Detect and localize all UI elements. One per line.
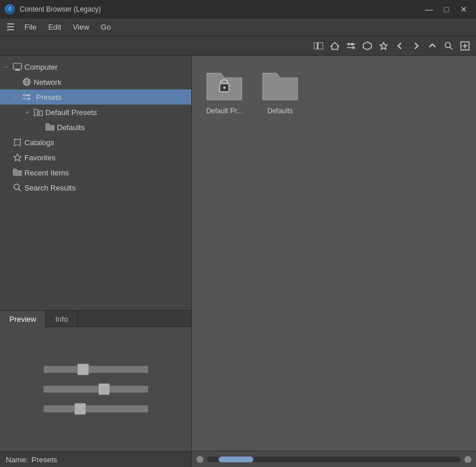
network-icon bbox=[22, 77, 32, 87]
tree-item-search-results[interactable]: Search Results bbox=[0, 180, 191, 195]
folder-item-default-presets[interactable]: Default Pr... bbox=[201, 65, 248, 117]
scroll-left-button[interactable] bbox=[196, 456, 203, 463]
svg-point-37 bbox=[14, 184, 19, 189]
presets-icon bbox=[22, 92, 32, 102]
name-label: Name: bbox=[6, 455, 28, 464]
tree-item-defaults[interactable]: Defaults bbox=[0, 120, 191, 135]
tree-item-presets[interactable]: − Presets bbox=[0, 89, 191, 105]
tab-preview[interactable]: Preview bbox=[0, 311, 46, 327]
expand-recent-icon bbox=[2, 168, 10, 177]
search-button[interactable] bbox=[441, 38, 456, 53]
slider-thumb-3[interactable] bbox=[74, 403, 86, 415]
catalogs-icon bbox=[12, 137, 23, 148]
content-area: Default Pr... Defaults bbox=[192, 56, 476, 451]
menu-go[interactable]: Go bbox=[95, 20, 116, 34]
tree-label-presets: Presets bbox=[34, 92, 64, 102]
slider-row-2 bbox=[44, 383, 148, 396]
svg-point-40 bbox=[223, 87, 226, 89]
favorites-tree-icon bbox=[12, 152, 23, 163]
tab-info[interactable]: Info bbox=[46, 311, 78, 327]
add-tab-button[interactable] bbox=[457, 38, 473, 53]
menu-file[interactable]: File bbox=[19, 20, 42, 34]
folder-icon-default-presets bbox=[203, 67, 245, 105]
home-button[interactable] bbox=[327, 38, 342, 53]
left-panel: − Computer bbox=[0, 56, 192, 467]
svg-marker-5 bbox=[331, 42, 339, 49]
favorites-button[interactable] bbox=[376, 38, 391, 53]
expand-computer-icon: − bbox=[2, 63, 10, 71]
menu-view[interactable]: View bbox=[67, 20, 95, 34]
svg-rect-20 bbox=[13, 63, 22, 69]
back-button[interactable] bbox=[392, 38, 407, 53]
svg-point-29 bbox=[28, 98, 30, 100]
scrollbar-area bbox=[192, 451, 476, 467]
tree-item-network[interactable]: Network bbox=[0, 74, 191, 89]
folder-lock-icon bbox=[33, 107, 44, 117]
maximize-button[interactable]: □ bbox=[439, 3, 454, 15]
svg-marker-13 bbox=[363, 42, 371, 50]
slider-track-3[interactable] bbox=[44, 405, 148, 412]
tree-item-recent-items[interactable]: Recent Items bbox=[0, 165, 191, 180]
toolbar bbox=[0, 36, 476, 56]
scroll-track[interactable] bbox=[207, 457, 461, 462]
folder-item-defaults[interactable]: Defaults bbox=[257, 65, 303, 117]
close-button[interactable]: ✕ bbox=[456, 3, 471, 15]
menu-toggle-button[interactable]: ☰ bbox=[2, 19, 19, 35]
expand-presets-icon: − bbox=[12, 93, 20, 101]
tab-bar: Preview Info bbox=[0, 311, 191, 327]
sliders-container bbox=[44, 363, 148, 415]
name-value: Presets bbox=[31, 455, 57, 464]
expand-default-presets-icon: + bbox=[23, 108, 31, 116]
slider-row-1 bbox=[44, 363, 148, 376]
svg-point-28 bbox=[24, 95, 26, 96]
slider-thumb-1[interactable] bbox=[77, 364, 89, 375]
scroll-right-button[interactable] bbox=[464, 456, 471, 463]
svg-rect-4 bbox=[318, 42, 323, 49]
tree-item-default-presets[interactable]: + Default Presets bbox=[0, 105, 191, 120]
app-icon bbox=[5, 4, 15, 15]
slider-thumb-2[interactable] bbox=[98, 383, 110, 395]
forward-button[interactable] bbox=[409, 38, 424, 53]
scroll-thumb[interactable] bbox=[219, 457, 253, 462]
name-bar: Name: Presets bbox=[0, 451, 191, 467]
folder-label-defaults: Defaults bbox=[267, 107, 293, 115]
svg-point-6 bbox=[348, 43, 350, 45]
menu-edit[interactable]: Edit bbox=[42, 20, 67, 34]
minimize-button[interactable]: — bbox=[421, 3, 436, 15]
svg-point-7 bbox=[353, 46, 355, 48]
svg-rect-3 bbox=[314, 42, 317, 49]
expand-catalogs-icon bbox=[2, 138, 10, 146]
computer-icon bbox=[12, 62, 23, 72]
preview-content bbox=[0, 327, 191, 451]
window-controls: — □ ✕ bbox=[421, 3, 471, 15]
svg-rect-35 bbox=[37, 112, 40, 114]
expand-search-icon bbox=[2, 184, 10, 192]
svg-point-15 bbox=[445, 42, 450, 48]
filter-button[interactable] bbox=[343, 38, 359, 53]
catalog-button[interactable] bbox=[360, 38, 375, 53]
tree-label-catalogs: Catalogs bbox=[24, 138, 54, 147]
slider-row-3 bbox=[44, 403, 148, 415]
slider-track-2[interactable] bbox=[44, 386, 148, 393]
slider-track-1[interactable] bbox=[44, 366, 148, 373]
expand-network-icon bbox=[12, 78, 20, 86]
bottom-panel: Preview Info bbox=[0, 310, 191, 467]
menu-bar: ☰ File Edit View Go bbox=[0, 19, 476, 36]
tree-item-catalogs[interactable]: Catalogs bbox=[0, 135, 191, 150]
tree-label-recent-items: Recent Items bbox=[24, 168, 69, 177]
title-bar: Content Browser (Legacy) — □ ✕ bbox=[0, 0, 476, 19]
window-title: Content Browser (Legacy) bbox=[20, 5, 421, 13]
tree-label-favorites: Favorites bbox=[24, 153, 55, 162]
expand-favorites-icon bbox=[2, 153, 10, 161]
menu-items: File Edit View Go bbox=[19, 20, 474, 34]
tree-area: − Computer bbox=[0, 56, 191, 310]
tree-item-favorites[interactable]: Favorites bbox=[0, 150, 191, 165]
right-panel: Default Pr... Defaults bbox=[192, 56, 476, 467]
folder-icon-defaults bbox=[259, 67, 301, 105]
tree-item-computer[interactable]: − Computer bbox=[0, 59, 191, 74]
tree-label-defaults: Defaults bbox=[57, 123, 85, 132]
tree-label-network: Network bbox=[34, 78, 62, 87]
up-button[interactable] bbox=[425, 38, 440, 53]
panel-toggle-button[interactable] bbox=[311, 38, 326, 53]
tree-label-search-results: Search Results bbox=[24, 184, 76, 192]
